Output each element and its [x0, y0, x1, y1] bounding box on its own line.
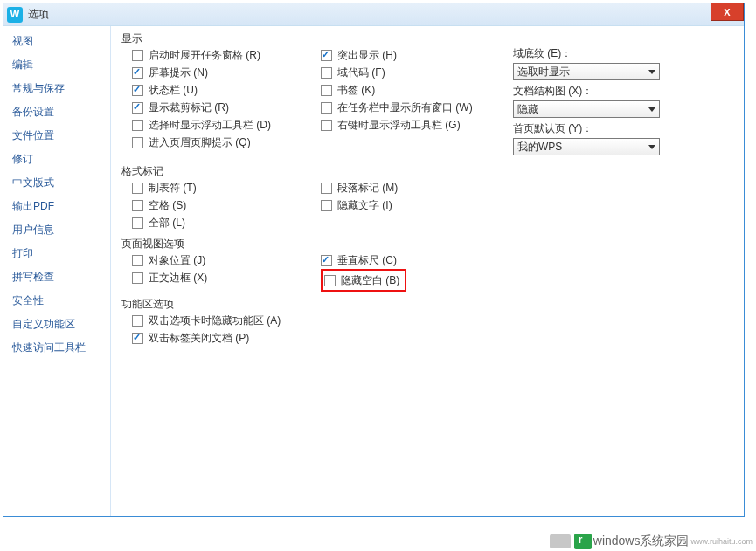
option-row: 段落标记 (M) — [321, 179, 513, 196]
checkbox[interactable] — [132, 67, 143, 79]
watermark-shape — [550, 534, 571, 548]
titlebar: W 选项 X — [3, 3, 744, 26]
close-icon: X — [724, 7, 730, 17]
sidebar: 视图编辑常规与保存备份设置文件位置修订中文版式输出PDF用户信息打印拼写检查安全… — [3, 26, 111, 516]
option-label: 进入页眉页脚提示 (Q) — [149, 135, 251, 150]
checkbox[interactable] — [132, 272, 143, 284]
field-shading-block: 域底纹 (E)：选取时显示 — [513, 46, 735, 80]
option-label: 正文边框 (X) — [149, 271, 207, 286]
option-row: 对象位置 (J) — [132, 251, 321, 269]
option-row: 隐藏文字 (I) — [321, 196, 513, 214]
checkbox[interactable] — [321, 120, 332, 131]
sidebar-item[interactable]: 视图 — [3, 30, 110, 53]
checkbox[interactable] — [321, 102, 332, 114]
option-label: 隐藏文字 (I) — [337, 198, 392, 213]
option-row: 选择时显示浮动工具栏 (D) — [132, 116, 321, 134]
sidebar-item[interactable]: 中文版式 — [3, 171, 110, 195]
group-display: 显示 启动时展开任务窗格 (R)屏幕提示 (N)状态栏 (U)显示裁剪标记 (R… — [120, 31, 735, 159]
field-shading-dropdown[interactable]: 选取时显示 — [513, 63, 660, 80]
homepage-dropdown[interactable]: 我的WPS — [513, 138, 660, 155]
watermark-logo-icon — [574, 534, 592, 549]
highlight-box: 隐藏空白 (B) — [321, 269, 406, 292]
option-row: 空格 (S) — [132, 196, 321, 214]
sidebar-item[interactable]: 编辑 — [3, 53, 110, 77]
option-row: 在任务栏中显示所有窗口 (W) — [321, 99, 513, 116]
option-row: 垂直标尺 (C) — [321, 251, 513, 269]
option-label: 启动时展开任务窗格 (R) — [149, 48, 260, 63]
option-row: 域代码 (F) — [321, 64, 513, 81]
option-label: 书签 (K) — [337, 83, 375, 98]
option-label: 双击标签关闭文档 (P) — [149, 331, 249, 346]
option-label: 空格 (S) — [149, 198, 186, 213]
option-row: 制表符 (T) — [132, 179, 321, 196]
sidebar-item[interactable]: 快速访问工具栏 — [3, 336, 110, 360]
window-title: 选项 — [28, 7, 49, 22]
group-ribbon: 功能区选项 双击选项卡时隐藏功能区 (A)双击标签关闭文档 (P) — [120, 297, 735, 347]
checkbox[interactable] — [321, 50, 332, 61]
field-shading-label: 域底纹 (E)： — [513, 46, 735, 61]
option-label: 垂直标尺 (C) — [337, 253, 397, 268]
checkbox[interactable] — [321, 255, 332, 266]
checkbox[interactable] — [132, 120, 143, 131]
option-label: 显示裁剪标记 (R) — [149, 100, 229, 115]
group-title: 显示 — [120, 31, 144, 46]
main-panel: 显示 启动时展开任务窗格 (R)屏幕提示 (N)状态栏 (U)显示裁剪标记 (R… — [111, 26, 744, 516]
sidebar-item[interactable]: 修订 — [3, 148, 110, 171]
sidebar-item[interactable]: 常规与保存 — [3, 77, 110, 100]
watermark-url: www.ruihaitu.com — [690, 537, 753, 546]
sidebar-item[interactable]: 备份设置 — [3, 100, 110, 124]
sidebar-item[interactable]: 拼写检查 — [3, 265, 110, 289]
close-button[interactable]: X — [711, 3, 744, 21]
doc-map-dropdown[interactable]: 隐藏 — [513, 100, 660, 118]
sidebar-item[interactable]: 打印 — [3, 242, 110, 265]
sidebar-item[interactable]: 自定义功能区 — [3, 313, 110, 336]
watermark: windows系统家园 www.ruihaitu.com — [550, 534, 753, 549]
doc-map-label: 文档结构图 (X)： — [513, 84, 735, 99]
option-label: 状态栏 (U) — [149, 83, 198, 98]
option-row: 右键时显示浮动工具栏 (G) — [321, 116, 513, 134]
checkbox[interactable] — [321, 200, 332, 211]
sidebar-item[interactable]: 用户信息 — [3, 218, 110, 242]
checkbox[interactable] — [132, 333, 143, 344]
option-row: 状态栏 (U) — [132, 81, 321, 99]
option-label: 制表符 (T) — [149, 181, 197, 196]
group-title: 页面视图选项 — [120, 237, 186, 251]
sidebar-item[interactable]: 输出PDF — [3, 195, 110, 218]
option-row: 隐藏空白 (B) — [324, 272, 399, 289]
checkbox[interactable] — [132, 183, 143, 194]
checkbox[interactable] — [321, 67, 332, 79]
watermark-text: windows系统家园 — [593, 534, 690, 549]
chevron-down-icon — [648, 145, 655, 149]
checkbox[interactable] — [132, 315, 143, 327]
checkbox[interactable] — [132, 137, 143, 148]
homepage-block: 首页默认页 (Y)：我的WPS — [513, 121, 735, 155]
doc-map-block: 文档结构图 (X)：隐藏 — [513, 84, 735, 118]
checkbox[interactable] — [132, 50, 143, 61]
option-label: 隐藏空白 (B) — [341, 273, 399, 288]
option-label: 段落标记 (M) — [337, 181, 398, 196]
group-title: 格式标记 — [120, 164, 165, 179]
checkbox[interactable] — [324, 275, 336, 286]
checkbox[interactable] — [321, 183, 332, 194]
checkbox[interactable] — [321, 85, 332, 96]
checkbox[interactable] — [132, 102, 143, 114]
checkbox[interactable] — [132, 200, 143, 211]
homepage-label: 首页默认页 (Y)： — [513, 121, 735, 136]
sidebar-item[interactable]: 安全性 — [3, 289, 110, 313]
option-row: 正文边框 (X) — [132, 269, 321, 286]
checkbox[interactable] — [132, 255, 143, 266]
group-title: 功能区选项 — [120, 297, 176, 312]
option-label: 对象位置 (J) — [149, 253, 205, 268]
option-row: 屏幕提示 (N) — [132, 64, 321, 81]
checkbox[interactable] — [132, 85, 143, 96]
dropdown-value: 我的WPS — [517, 140, 562, 155]
checkbox[interactable] — [132, 217, 143, 229]
option-label: 突出显示 (H) — [337, 48, 397, 63]
dropdown-value: 选取时显示 — [517, 65, 570, 79]
sidebar-item[interactable]: 文件位置 — [3, 124, 110, 148]
option-row: 进入页眉页脚提示 (Q) — [132, 134, 321, 151]
option-row: 全部 (L) — [132, 214, 321, 231]
option-label: 选择时显示浮动工具栏 (D) — [149, 118, 271, 133]
option-label: 右键时显示浮动工具栏 (G) — [337, 118, 461, 133]
option-row: 启动时展开任务窗格 (R) — [132, 46, 321, 64]
